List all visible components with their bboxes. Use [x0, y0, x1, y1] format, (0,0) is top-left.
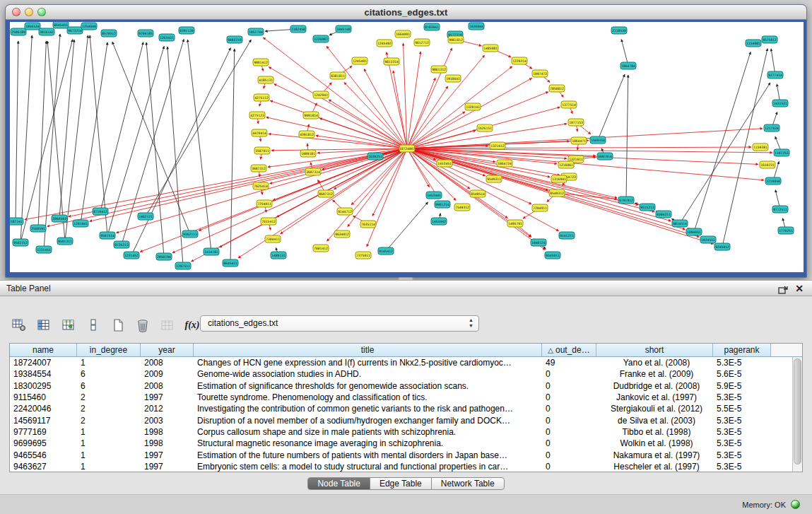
graph-node[interactable]: 1636044 [469, 23, 484, 30]
graph-node[interactable]: 18724007 [399, 145, 415, 152]
delete-column-button[interactable] [134, 317, 152, 334]
graph-node[interactable]: 1453451 [437, 160, 452, 167]
graph-node[interactable]: 1210050 [765, 177, 781, 185]
graph-node[interactable]: 1242041 [313, 91, 329, 98]
graph-node[interactable]: 2560591 [30, 225, 46, 232]
graph-node[interactable]: 1864784 [620, 62, 636, 69]
graph-node[interactable]: 8710412 [93, 208, 108, 215]
import-table-button[interactable] [59, 317, 78, 334]
graph-node[interactable]: 1229314 [512, 57, 527, 64]
graph-node[interactable]: 4470414 [252, 129, 267, 136]
table-row[interactable]: 1830029562008Estimation of significance … [10, 380, 802, 392]
graph-node[interactable]: 2060593 [52, 215, 67, 222]
graph-node[interactable]: 1291041 [73, 220, 88, 227]
graph-node[interactable]: 1918641 [445, 75, 461, 82]
graph-node[interactable]: 3587011 [254, 147, 270, 154]
graph-node[interactable]: 8391120 [179, 27, 194, 34]
graph-node[interactable]: 1377514 [561, 101, 577, 108]
graph-node[interactable]: 1626151 [477, 124, 493, 132]
column-header-title[interactable]: title [194, 344, 542, 357]
graph-node[interactable]: 8645411 [223, 259, 238, 267]
table-options-button[interactable] [10, 317, 28, 334]
graph-node[interactable]: 1024551 [700, 236, 716, 243]
graph-node[interactable]: 7850812 [549, 85, 565, 92]
graph-node[interactable]: 4391812 [299, 131, 314, 138]
graph-node[interactable]: 9304211 [656, 211, 671, 218]
graph-node[interactable]: 9545011 [545, 252, 560, 259]
graph-node[interactable]: 8645455 [53, 22, 69, 28]
table-row[interactable]: 1872400712008Changes of HCN gene express… [10, 357, 802, 368]
graph-node[interactable]: 7625414 [253, 182, 269, 189]
graph-node[interactable]: 6791912 [618, 197, 634, 204]
merge-table-button[interactable] [158, 317, 177, 334]
graph-node[interactable]: 9245012 [714, 243, 730, 250]
show-columns-button[interactable] [35, 317, 53, 334]
column-header-name[interactable]: name [10, 344, 77, 357]
graph-node[interactable]: 1414181 [204, 248, 219, 255]
graph-node[interactable]: 7375011 [355, 252, 371, 259]
graph-node[interactable]: 1254049 [81, 23, 97, 30]
graph-node[interactable]: 1216061 [558, 161, 574, 168]
graph-node[interactable]: 9141211 [559, 232, 575, 239]
graph-node[interactable]: 7304411 [265, 235, 281, 243]
table-row[interactable]: 2242004622012Investigating the contribut… [10, 403, 802, 414]
graph-node[interactable]: 1245491 [352, 57, 367, 64]
graph-node[interactable]: 1154081 [746, 40, 761, 47]
graph-node[interactable]: 7635114 [360, 221, 376, 228]
graph-node[interactable]: 2050194 [156, 253, 172, 260]
graph-node[interactable]: 1297511 [175, 262, 191, 269]
graph-node[interactable]: 9144712 [337, 208, 353, 215]
graph-node[interactable]: 1402121 [138, 213, 153, 220]
graph-node[interactable]: 6091914 [597, 153, 613, 160]
graph-node[interactable]: 1321612 [490, 142, 505, 149]
graph-node[interactable]: 3607312 [251, 165, 266, 172]
graph-node[interactable]: 9725213 [114, 241, 129, 248]
graph-node[interactable]: 9634012 [334, 230, 350, 238]
graph-node[interactable]: 4185131 [258, 76, 273, 83]
column-header-year[interactable]: year [141, 344, 194, 357]
graph-node[interactable]: 1231451 [36, 246, 52, 253]
graph-node[interactable]: 9813314 [384, 58, 399, 65]
graph-node[interactable]: 7254011 [257, 200, 272, 207]
graph-node[interactable]: 9961812 [448, 36, 464, 43]
graph-node[interactable]: 1431521 [772, 100, 788, 107]
tab-edge-table[interactable]: Edge Table [370, 477, 432, 490]
graph-node[interactable]: 1664091 [395, 30, 411, 37]
graph-node[interactable]: 1187141 [10, 218, 23, 225]
graph-node[interactable]: 9362113 [182, 230, 198, 238]
graph-node[interactable]: 8183041 [424, 23, 440, 30]
table-row[interactable]: 977716911998Corpus callosum shape and si… [10, 426, 802, 438]
graph-node[interactable]: 9901214 [435, 201, 450, 208]
graph-node[interactable]: 9501311 [57, 238, 73, 245]
new-column-button[interactable] [109, 317, 127, 334]
graph-node[interactable]: 1495791 [507, 220, 523, 227]
graph-node[interactable]: 1856534 [25, 23, 40, 30]
graph-node[interactable]: 1226087 [313, 35, 329, 42]
graph-node[interactable]: 1064471 [571, 137, 587, 144]
graph-node[interactable]: 1231452 [124, 252, 139, 259]
graph-node[interactable]: 8381811 [330, 72, 346, 79]
graph-node[interactable]: 9502312 [13, 239, 28, 246]
graph-node[interactable]: 9602210 [227, 36, 242, 43]
graph-node[interactable]: 1009181 [300, 150, 316, 157]
graph-node[interactable]: 1107253 [774, 149, 789, 156]
table-vertical-scrollbar[interactable] [792, 357, 802, 472]
column-header-in_degree[interactable]: in_degree [77, 344, 141, 357]
function-builder-button[interactable]: f(x) [183, 317, 201, 334]
column-header-short[interactable]: short [596, 344, 713, 357]
graph-node[interactable]: 1610231 [760, 161, 775, 168]
graph-node[interactable]: 1263431 [159, 34, 175, 41]
graph-node[interactable]: 1770251 [778, 227, 794, 234]
graph-node[interactable]: 9501514 [100, 232, 115, 239]
graph-node[interactable]: 1489131 [271, 252, 286, 259]
graph-node[interactable]: 9861312 [431, 66, 447, 73]
graph-node[interactable]: 9549311 [486, 175, 502, 182]
table-row[interactable]: 1938455462009Genome-wide association stu… [10, 368, 802, 380]
float-panel-icon[interactable] [778, 284, 788, 293]
graph-node[interactable]: 8549514 [470, 190, 486, 197]
column-header-out_degree[interactable]: △out_de… [542, 344, 596, 357]
graph-node[interactable]: 8519512 [101, 30, 117, 37]
graph-node[interactable]: 1320141 [465, 103, 481, 110]
graph-node[interactable]: 2506189 [11, 28, 26, 35]
graph-node[interactable]: 1097473 [532, 70, 548, 77]
